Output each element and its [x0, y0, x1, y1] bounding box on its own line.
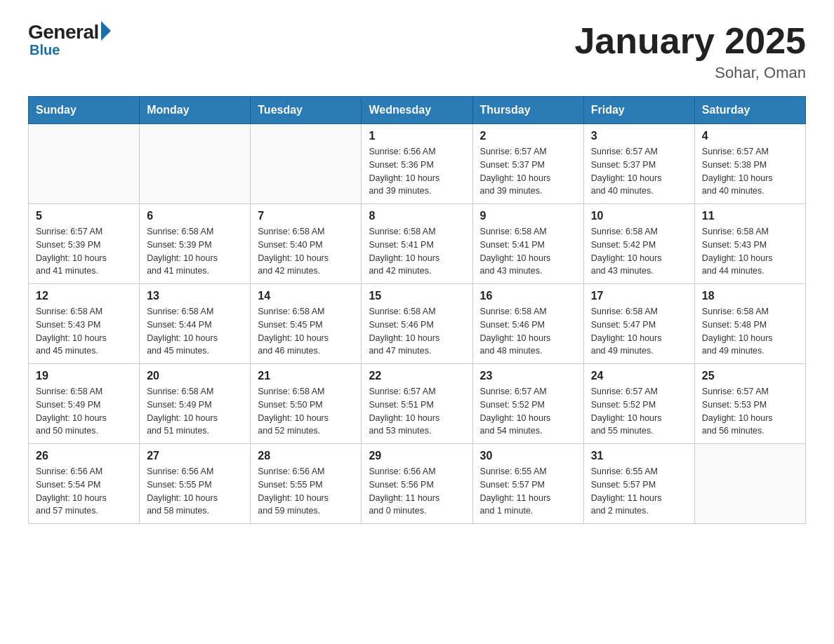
calendar-week-row: 19Sunrise: 6:58 AMSunset: 5:49 PMDayligh… [29, 364, 806, 444]
day-number: 5 [36, 210, 132, 222]
day-info: Sunrise: 6:57 AMSunset: 5:52 PMDaylight:… [591, 385, 687, 438]
day-info: Sunrise: 6:55 AMSunset: 5:57 PMDaylight:… [591, 465, 687, 518]
day-number: 28 [258, 450, 354, 462]
calendar-cell: 24Sunrise: 6:57 AMSunset: 5:52 PMDayligh… [583, 364, 694, 444]
day-info: Sunrise: 6:56 AMSunset: 5:54 PMDaylight:… [36, 465, 132, 518]
day-number: 4 [702, 130, 798, 142]
day-info: Sunrise: 6:57 AMSunset: 5:38 PMDaylight:… [702, 145, 798, 198]
day-info: Sunrise: 6:57 AMSunset: 5:37 PMDaylight:… [480, 145, 576, 198]
calendar-cell: 28Sunrise: 6:56 AMSunset: 5:55 PMDayligh… [251, 444, 362, 524]
day-number: 10 [591, 210, 687, 222]
day-number: 29 [369, 450, 465, 462]
calendar-cell [694, 444, 805, 524]
page-header: General Blue January 2025 Sohar, Oman [28, 21, 806, 82]
day-info: Sunrise: 6:55 AMSunset: 5:57 PMDaylight:… [480, 465, 576, 518]
title-block: January 2025 Sohar, Oman [574, 21, 806, 82]
calendar-cell: 6Sunrise: 6:58 AMSunset: 5:39 PMDaylight… [140, 204, 251, 284]
month-title: January 2025 [574, 21, 806, 61]
day-info: Sunrise: 6:56 AMSunset: 5:55 PMDaylight:… [147, 465, 243, 518]
day-number: 17 [591, 290, 687, 302]
logo-blue-text: Blue [29, 42, 60, 58]
calendar-cell [29, 124, 140, 204]
day-number: 25 [702, 370, 798, 382]
day-number: 13 [147, 290, 243, 302]
day-number: 14 [258, 290, 354, 302]
calendar-header-wednesday: Wednesday [362, 97, 472, 124]
day-number: 9 [480, 210, 576, 222]
calendar-table: SundayMondayTuesdayWednesdayThursdayFrid… [28, 96, 806, 524]
calendar-week-row: 1Sunrise: 6:56 AMSunset: 5:36 PMDaylight… [29, 124, 806, 204]
day-number: 23 [480, 370, 576, 382]
day-number: 18 [702, 290, 798, 302]
calendar-cell: 30Sunrise: 6:55 AMSunset: 5:57 PMDayligh… [472, 444, 583, 524]
day-info: Sunrise: 6:58 AMSunset: 5:45 PMDaylight:… [258, 305, 354, 358]
calendar-cell: 11Sunrise: 6:58 AMSunset: 5:43 PMDayligh… [694, 204, 805, 284]
calendar-cell: 18Sunrise: 6:58 AMSunset: 5:48 PMDayligh… [694, 284, 805, 364]
calendar-cell: 3Sunrise: 6:57 AMSunset: 5:37 PMDaylight… [583, 124, 694, 204]
day-number: 24 [591, 370, 687, 382]
day-info: Sunrise: 6:56 AMSunset: 5:36 PMDaylight:… [369, 145, 465, 198]
calendar-cell: 16Sunrise: 6:58 AMSunset: 5:46 PMDayligh… [472, 284, 583, 364]
calendar-cell: 8Sunrise: 6:58 AMSunset: 5:41 PMDaylight… [362, 204, 472, 284]
calendar-week-row: 26Sunrise: 6:56 AMSunset: 5:54 PMDayligh… [29, 444, 806, 524]
logo-arrow-icon [101, 21, 111, 41]
calendar-cell: 25Sunrise: 6:57 AMSunset: 5:53 PMDayligh… [694, 364, 805, 444]
calendar-week-row: 12Sunrise: 6:58 AMSunset: 5:43 PMDayligh… [29, 284, 806, 364]
calendar-week-row: 5Sunrise: 6:57 AMSunset: 5:39 PMDaylight… [29, 204, 806, 284]
calendar-cell: 10Sunrise: 6:58 AMSunset: 5:42 PMDayligh… [583, 204, 694, 284]
calendar-cell: 27Sunrise: 6:56 AMSunset: 5:55 PMDayligh… [140, 444, 251, 524]
day-info: Sunrise: 6:57 AMSunset: 5:53 PMDaylight:… [702, 385, 798, 438]
calendar-cell: 29Sunrise: 6:56 AMSunset: 5:56 PMDayligh… [362, 444, 472, 524]
day-info: Sunrise: 6:57 AMSunset: 5:37 PMDaylight:… [591, 145, 687, 198]
calendar-cell: 13Sunrise: 6:58 AMSunset: 5:44 PMDayligh… [140, 284, 251, 364]
day-info: Sunrise: 6:56 AMSunset: 5:56 PMDaylight:… [369, 465, 465, 518]
day-info: Sunrise: 6:58 AMSunset: 5:49 PMDaylight:… [36, 385, 132, 438]
day-info: Sunrise: 6:58 AMSunset: 5:43 PMDaylight:… [36, 305, 132, 358]
day-number: 19 [36, 370, 132, 382]
day-number: 6 [147, 210, 243, 222]
day-info: Sunrise: 6:58 AMSunset: 5:42 PMDaylight:… [591, 225, 687, 278]
calendar-header-row: SundayMondayTuesdayWednesdayThursdayFrid… [29, 97, 806, 124]
day-number: 15 [369, 290, 465, 302]
calendar-header-monday: Monday [140, 97, 251, 124]
calendar-cell: 21Sunrise: 6:58 AMSunset: 5:50 PMDayligh… [251, 364, 362, 444]
day-info: Sunrise: 6:58 AMSunset: 5:49 PMDaylight:… [147, 385, 243, 438]
calendar-cell: 12Sunrise: 6:58 AMSunset: 5:43 PMDayligh… [29, 284, 140, 364]
calendar-cell: 5Sunrise: 6:57 AMSunset: 5:39 PMDaylight… [29, 204, 140, 284]
day-info: Sunrise: 6:58 AMSunset: 5:39 PMDaylight:… [147, 225, 243, 278]
calendar-header-friday: Friday [583, 97, 694, 124]
calendar-cell: 19Sunrise: 6:58 AMSunset: 5:49 PMDayligh… [29, 364, 140, 444]
calendar-header-tuesday: Tuesday [251, 97, 362, 124]
calendar-cell: 2Sunrise: 6:57 AMSunset: 5:37 PMDaylight… [472, 124, 583, 204]
day-number: 8 [369, 210, 465, 222]
day-number: 1 [369, 130, 465, 142]
day-info: Sunrise: 6:58 AMSunset: 5:47 PMDaylight:… [591, 305, 687, 358]
day-number: 7 [258, 210, 354, 222]
day-info: Sunrise: 6:58 AMSunset: 5:50 PMDaylight:… [258, 385, 354, 438]
calendar-header-sunday: Sunday [29, 97, 140, 124]
day-info: Sunrise: 6:58 AMSunset: 5:41 PMDaylight:… [480, 225, 576, 278]
day-number: 30 [480, 450, 576, 462]
day-number: 31 [591, 450, 687, 462]
day-info: Sunrise: 6:58 AMSunset: 5:46 PMDaylight:… [480, 305, 576, 358]
location-subtitle: Sohar, Oman [574, 64, 806, 82]
calendar-cell: 7Sunrise: 6:58 AMSunset: 5:40 PMDaylight… [251, 204, 362, 284]
day-number: 26 [36, 450, 132, 462]
day-number: 27 [147, 450, 243, 462]
calendar-cell: 1Sunrise: 6:56 AMSunset: 5:36 PMDaylight… [362, 124, 472, 204]
day-number: 11 [702, 210, 798, 222]
day-info: Sunrise: 6:58 AMSunset: 5:48 PMDaylight:… [702, 305, 798, 358]
calendar-cell: 20Sunrise: 6:58 AMSunset: 5:49 PMDayligh… [140, 364, 251, 444]
calendar-header-saturday: Saturday [694, 97, 805, 124]
day-number: 20 [147, 370, 243, 382]
day-number: 22 [369, 370, 465, 382]
calendar-cell [140, 124, 251, 204]
calendar-cell: 17Sunrise: 6:58 AMSunset: 5:47 PMDayligh… [583, 284, 694, 364]
day-info: Sunrise: 6:57 AMSunset: 5:51 PMDaylight:… [369, 385, 465, 438]
calendar-cell: 23Sunrise: 6:57 AMSunset: 5:52 PMDayligh… [472, 364, 583, 444]
calendar-cell: 31Sunrise: 6:55 AMSunset: 5:57 PMDayligh… [583, 444, 694, 524]
day-info: Sunrise: 6:58 AMSunset: 5:44 PMDaylight:… [147, 305, 243, 358]
day-info: Sunrise: 6:58 AMSunset: 5:40 PMDaylight:… [258, 225, 354, 278]
day-info: Sunrise: 6:58 AMSunset: 5:41 PMDaylight:… [369, 225, 465, 278]
logo-general-text: General [28, 21, 99, 43]
